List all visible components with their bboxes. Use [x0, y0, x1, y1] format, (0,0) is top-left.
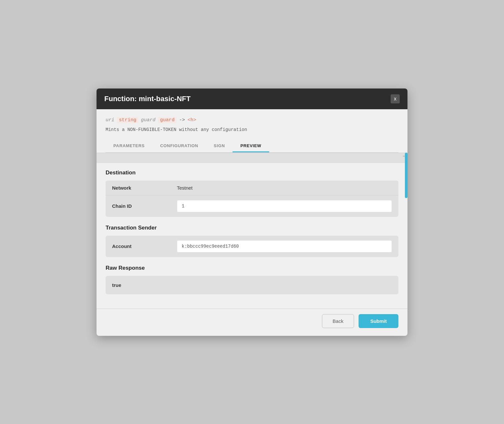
return-type: <h> [188, 117, 196, 123]
tab-preview[interactable]: PREVIEW [233, 140, 269, 152]
modal-container: Function: mint-basic-NFT x uri string gu… [97, 88, 407, 336]
chain-id-input[interactable] [177, 200, 392, 212]
account-input[interactable] [177, 240, 392, 253]
footer: Back Submit [97, 309, 407, 336]
back-button[interactable]: Back [322, 314, 354, 328]
param2-type: guard [158, 117, 177, 123]
transaction-sender-title: Transaction Sender [106, 225, 398, 231]
network-row: Network Testnet [106, 181, 398, 195]
param2-name: guard [141, 117, 155, 123]
sender-table: Account [106, 236, 398, 257]
raw-response-box: true [106, 276, 398, 294]
network-label: Network [112, 185, 177, 191]
chain-id-label: Chain ID [112, 203, 177, 209]
signature-line: uri string guard guard -> <h> [106, 117, 398, 123]
param1-type: string [117, 117, 138, 123]
modal-body: uri string guard guard -> <h> Mints a NO… [97, 109, 407, 153]
raw-response-title: Raw Response [106, 265, 398, 271]
tab-sign[interactable]: SIGN [206, 140, 233, 152]
submit-button[interactable]: Submit [359, 314, 398, 328]
modal-title: Function: mint-basic-NFT [104, 95, 190, 103]
destination-title: Destination [106, 170, 398, 176]
network-value: Testnet [177, 185, 192, 191]
close-button[interactable]: x [391, 94, 400, 103]
tab-configuration[interactable]: CONFIGURATION [153, 140, 206, 152]
arrow: -> [179, 117, 185, 123]
param1-name: uri [106, 117, 114, 123]
function-description: Mints a NON-FUNGIBLE-TOKEN without any c… [106, 127, 398, 132]
content-area: " Destination Network Testnet Chain ID T… [97, 153, 407, 309]
tabs-container: PARAMETERS CONFIGURATION SIGN PREVIEW [106, 140, 398, 153]
chain-id-row: Chain ID [106, 195, 398, 217]
account-row: Account [106, 236, 398, 257]
tab-parameters[interactable]: PARAMETERS [106, 140, 153, 152]
account-label: Account [112, 243, 177, 249]
scrollbar-indicator[interactable] [405, 153, 407, 198]
raw-response-value: true [112, 282, 121, 288]
content-wrapper: Destination Network Testnet Chain ID Tra… [97, 170, 407, 294]
top-bar: " [97, 153, 407, 163]
destination-table: Network Testnet Chain ID [106, 181, 398, 217]
modal-header: Function: mint-basic-NFT x [97, 88, 407, 109]
